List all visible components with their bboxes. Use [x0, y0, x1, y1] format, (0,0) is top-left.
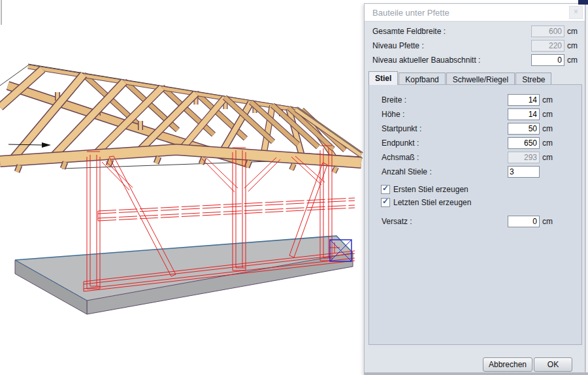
field-label: Niveau aktueller Bauabschnitt :: [372, 56, 480, 65]
unit-label: cm: [542, 153, 553, 162]
tab-strebe[interactable]: Strebe: [515, 73, 551, 86]
field-gesamte-feldbreite: Gesamte Feldbreite : cm: [372, 25, 578, 37]
unit-label: cm: [567, 41, 578, 50]
field-label: Endpunkt :: [382, 139, 419, 148]
field-niveau-bauabschnitt: Niveau aktueller Bauabschnitt : cm: [372, 54, 578, 66]
field-label: Gesamte Feldbreite :: [372, 27, 446, 36]
parent-window-bottom-edge: [364, 372, 588, 375]
dialog-title: Bauteile unter Pfette: [372, 8, 449, 18]
field-endpunkt: Endpunkt : cm: [369, 137, 565, 149]
field-label: Achsmaß :: [382, 153, 419, 162]
close-icon[interactable]: ×: [569, 6, 583, 19]
unit-label: cm: [567, 27, 578, 36]
field-anzahl-stiele: Anzahl Stiele :: [369, 166, 565, 178]
field-breite: Breite : cm: [369, 94, 565, 106]
cancel-button[interactable]: Abbrechen: [483, 357, 532, 372]
field-startpunkt: Startpunkt : cm: [369, 123, 565, 135]
unit-label: cm: [567, 56, 578, 65]
field-label: Anzahl Stiele :: [382, 167, 432, 176]
field-label: Breite :: [382, 95, 406, 105]
versatz-input[interactable]: [508, 216, 540, 227]
unit-label: cm: [542, 110, 553, 119]
field-label: Höhe :: [382, 110, 404, 119]
tab-stiel[interactable]: Stiel: [368, 71, 398, 85]
check-icon: ✓: [382, 197, 389, 206]
checkbox-label: Letzten Stiel erzeugen: [393, 198, 471, 207]
parent-window-corner: [578, 0, 588, 5]
unit-label: cm: [542, 124, 553, 133]
field-label: Startpunkt :: [382, 124, 421, 133]
field-achsmass: Achsmaß : cm: [369, 152, 565, 163]
endpunkt-input[interactable]: [508, 137, 540, 149]
breite-input[interactable]: [508, 94, 540, 106]
checkbox-box[interactable]: ✓: [381, 185, 390, 194]
unit-label: cm: [542, 217, 553, 226]
field-niveau-pfette: Niveau Pfette : cm: [372, 40, 578, 52]
tab-strip: StielKopfbandSchwelle/RiegelStrebe: [368, 72, 552, 85]
cad-3d-viewport[interactable]: [0, 0, 364, 375]
ok-button[interactable]: OK: [534, 357, 572, 372]
dialog-bauteile-unter-pfette: Bauteile unter Pfette × Gesamte Feldbrei…: [364, 3, 585, 375]
gesamte-feldbreite-input[interactable]: [531, 25, 564, 37]
checkbox-label: Ersten Stiel erzeugen: [393, 185, 468, 194]
field-versatz: Versatz : cm: [369, 216, 565, 227]
anzahl-stiele-input[interactable]: [508, 166, 540, 178]
parent-window-edge: [585, 5, 588, 375]
hoehe-input[interactable]: [508, 108, 540, 120]
unit-label: cm: [542, 95, 553, 105]
checkbox-box[interactable]: ✓: [381, 198, 390, 207]
niveau-pfette-input[interactable]: [531, 40, 564, 52]
far-rafters-right: [225, 97, 345, 150]
tab-page-stiel: Breite : cm Höhe : cm Startpunkt : cm En…: [368, 84, 582, 345]
rail-beam: [98, 198, 355, 221]
unit-label: cm: [542, 139, 553, 148]
concrete-slab: [15, 236, 353, 314]
roof-timber-structure: [0, 67, 361, 172]
tab-kopfband[interactable]: Kopfband: [399, 73, 445, 86]
startpunkt-input[interactable]: [508, 123, 540, 135]
achsmass-input[interactable]: [508, 152, 540, 163]
field-label: Niveau Pfette :: [372, 41, 424, 50]
dialog-titlebar[interactable]: Bauteile unter Pfette ×: [365, 4, 585, 22]
field-label: Versatz :: [382, 217, 412, 226]
niveau-bauabschnitt-input[interactable]: [531, 54, 564, 66]
field-hoehe: Höhe : cm: [369, 108, 565, 120]
check-icon: ✓: [382, 184, 389, 193]
tab-schwelle-riegel[interactable]: Schwelle/Riegel: [446, 73, 515, 86]
